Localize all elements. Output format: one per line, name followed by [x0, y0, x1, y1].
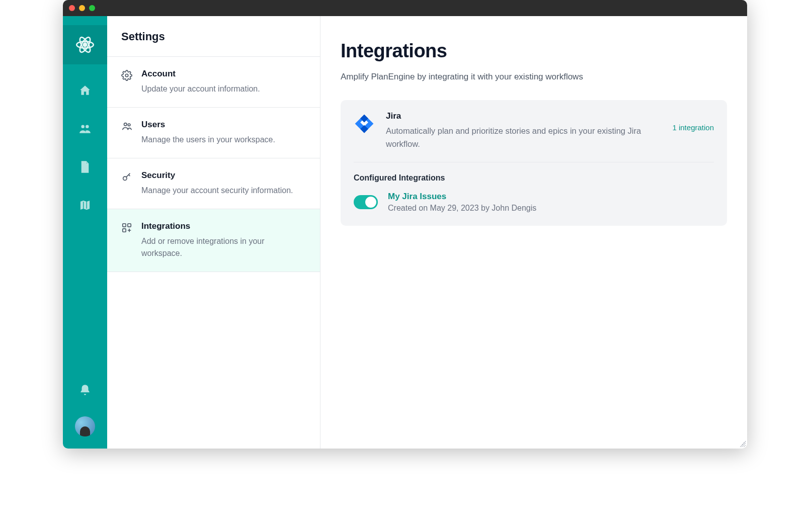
page-subtitle: Amplify PlanEngine by integrating it wit… [341, 72, 727, 82]
svg-rect-9 [128, 224, 131, 227]
main-content: Integrations Amplify PlanEngine by integ… [320, 16, 747, 449]
nav-map[interactable] [73, 193, 97, 217]
settings-item-integrations[interactable]: Integrations Add or remove integrations … [107, 209, 320, 272]
window-maximize-button[interactable] [89, 5, 95, 11]
titlebar [63, 0, 747, 16]
svg-point-5 [124, 123, 127, 126]
users-icon [121, 121, 132, 132]
gear-icon [121, 70, 132, 81]
home-icon [78, 84, 92, 97]
integration-row: My Jira Issues Created on May 29, 2023 b… [354, 192, 714, 213]
integration-count-link[interactable]: 1 integration [672, 123, 714, 132]
settings-header: Settings [107, 16, 320, 57]
bell-icon [78, 384, 92, 397]
integration-card-header: Jira Automatically plan and prioritize s… [354, 111, 714, 162]
user-avatar[interactable] [75, 416, 95, 436]
integration-toggle[interactable] [354, 195, 378, 209]
integration-meta: Created on May 29, 2023 by John Dengis [388, 204, 536, 213]
settings-item-title: Integrations [141, 221, 306, 231]
svg-rect-10 [123, 229, 126, 232]
window-minimize-button[interactable] [79, 5, 85, 11]
jira-icon [354, 113, 375, 134]
settings-item-desc: Add or remove integrations in your works… [141, 235, 306, 259]
nav-rail [63, 16, 107, 449]
settings-sidebar: Settings Account Update your account inf… [107, 16, 320, 449]
settings-item-account[interactable]: Account Update your account information. [107, 57, 320, 108]
integration-card-jira: Jira Automatically plan and prioritize s… [341, 100, 727, 226]
provider-desc: Automatically plan and prioritize storie… [386, 124, 661, 151]
app-logo [63, 25, 107, 64]
settings-item-title: Account [141, 69, 260, 79]
svg-point-4 [125, 74, 128, 77]
key-icon [121, 171, 132, 183]
atom-icon [75, 35, 95, 55]
provider-name: Jira [386, 111, 661, 121]
settings-item-security[interactable]: Security Manage your account security in… [107, 158, 320, 209]
integration-name[interactable]: My Jira Issues [388, 192, 536, 202]
configured-integrations-heading: Configured Integrations [354, 173, 714, 183]
svg-point-6 [128, 124, 130, 126]
map-icon [78, 199, 92, 212]
settings-item-title: Security [141, 170, 293, 181]
nav-notifications[interactable] [73, 378, 97, 402]
resize-grip[interactable] [740, 441, 746, 447]
svg-point-0 [84, 43, 87, 47]
users-icon [78, 122, 92, 135]
document-icon [78, 160, 92, 173]
settings-item-desc: Update your account information. [141, 83, 260, 95]
nav-home[interactable] [73, 78, 97, 103]
nav-documents[interactable] [73, 155, 97, 179]
settings-item-desc: Manage your account security information… [141, 185, 293, 197]
settings-item-desc: Manage the users in your workspace. [141, 134, 275, 146]
grid-add-icon [121, 222, 132, 233]
window-close-button[interactable] [69, 5, 75, 11]
settings-item-title: Users [141, 120, 275, 130]
settings-title: Settings [121, 30, 306, 43]
svg-rect-8 [123, 224, 126, 227]
nav-users[interactable] [73, 117, 97, 141]
settings-item-users[interactable]: Users Manage the users in your workspace… [107, 108, 320, 158]
page-title: Integrations [341, 40, 727, 62]
